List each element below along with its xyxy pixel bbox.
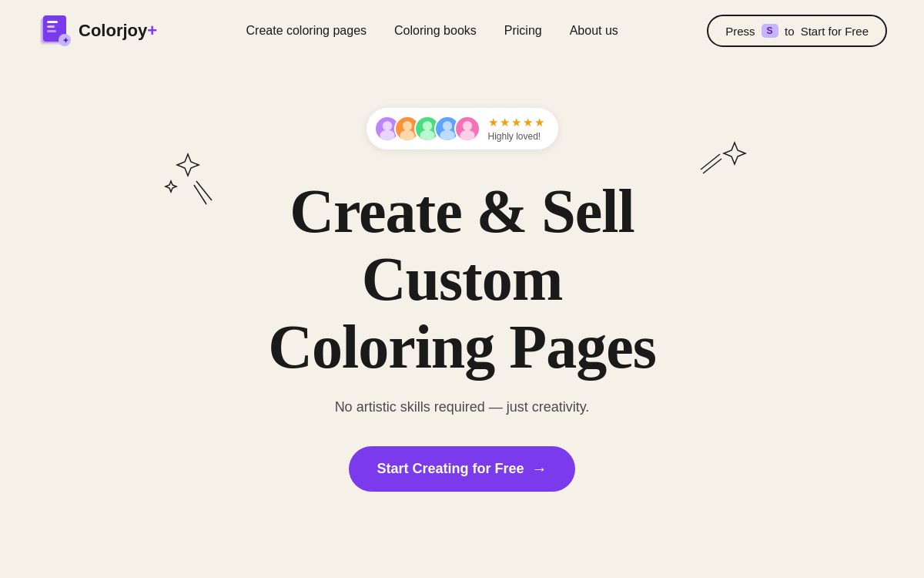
svg-point-16 bbox=[422, 121, 431, 130]
svg-rect-3 bbox=[47, 21, 58, 23]
svg-point-17 bbox=[420, 130, 434, 141]
nav-item-books[interactable]: Coloring books bbox=[394, 24, 477, 38]
hero-cta-button[interactable]: Start Creating for Free → bbox=[349, 446, 574, 492]
nav-item-pricing[interactable]: Pricing bbox=[504, 24, 542, 38]
svg-line-11 bbox=[703, 159, 721, 173]
highly-loved-label: Highly loved! bbox=[488, 131, 541, 142]
svg-point-20 bbox=[462, 121, 471, 130]
logo-text: Colorjoy+ bbox=[79, 21, 157, 41]
svg-rect-4 bbox=[47, 25, 55, 28]
cta-label: Start Creating for Free bbox=[377, 461, 524, 477]
nav-item-create[interactable]: Create coloring pages bbox=[246, 24, 367, 38]
logo-icon: ✦ bbox=[37, 14, 71, 48]
avatar bbox=[454, 116, 480, 142]
svg-rect-5 bbox=[47, 30, 56, 32]
svg-text:✦: ✦ bbox=[62, 36, 69, 45]
nav-item-about[interactable]: About us bbox=[570, 24, 618, 38]
nav-cta-button[interactable]: Press S to Start for Free bbox=[707, 15, 887, 47]
svg-point-12 bbox=[382, 121, 391, 130]
to-label: to bbox=[785, 25, 795, 38]
press-label: Press bbox=[725, 25, 755, 38]
svg-point-15 bbox=[400, 130, 414, 141]
hero-section: ★★★★★ Highly loved! Create & Sell Custom… bbox=[0, 62, 924, 492]
svg-point-19 bbox=[440, 130, 454, 141]
star-rating: ★★★★★ bbox=[488, 116, 544, 129]
navbar: ✦ Colorjoy+ Create coloring pages Colori… bbox=[0, 0, 924, 62]
logo[interactable]: ✦ Colorjoy+ bbox=[37, 14, 157, 48]
nav-links: Create coloring pages Coloring books Pri… bbox=[246, 24, 618, 38]
hero-subtitle: No artistic skills required — just creat… bbox=[335, 399, 590, 415]
svg-point-18 bbox=[442, 121, 451, 130]
svg-point-13 bbox=[380, 130, 394, 141]
hero-title: Create & Sell Custom Coloring Pages bbox=[192, 177, 732, 381]
arrow-right-icon: → bbox=[532, 460, 547, 478]
stars-and-label: ★★★★★ Highly loved! bbox=[488, 116, 544, 142]
cta-action-label: Start for Free bbox=[801, 25, 869, 38]
svg-point-21 bbox=[460, 130, 474, 141]
svg-line-10 bbox=[701, 154, 720, 170]
svg-point-14 bbox=[402, 121, 411, 130]
keyboard-shortcut-badge: S bbox=[762, 24, 779, 38]
social-proof-badge: ★★★★★ Highly loved! bbox=[367, 108, 558, 150]
avatar-group bbox=[374, 116, 480, 142]
